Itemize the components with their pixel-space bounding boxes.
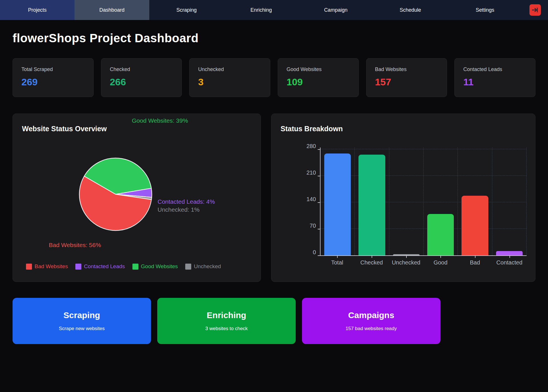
legend-item-unchecked[interactable]: Unchecked: [185, 263, 221, 270]
bar-cell-unchecked: [389, 147, 424, 255]
y-tick-mark: [318, 229, 320, 229]
y-tick-mark: [318, 149, 320, 150]
y-tick-140: 140: [307, 196, 316, 203]
nav-tab-scraping[interactable]: Scraping: [149, 0, 224, 20]
stat-card-checked: Checked 266: [101, 58, 182, 97]
x-label-good: Good: [423, 256, 458, 268]
y-tick-70: 70: [310, 223, 316, 229]
x-label-checked: Checked: [354, 256, 389, 268]
nav-tab-enriching[interactable]: Enriching: [224, 0, 298, 20]
pie-annotation-unchecked: Unchecked: 1%: [158, 206, 200, 213]
pie-annotation-contacted: Contacted Leads: 4%: [158, 198, 215, 205]
y-tick-mark: [318, 255, 320, 256]
bar-chart-x-labels: TotalCheckedUncheckedGoodBadContacted: [320, 256, 527, 268]
top-nav: Projects Dashboard Scraping Enriching Ca…: [0, 0, 548, 20]
bar-cell-total: [321, 147, 355, 255]
x-label-total: Total: [320, 256, 354, 268]
legend-label: Bad Websites: [35, 263, 68, 270]
nav-tab-projects[interactable]: Projects: [0, 0, 74, 20]
pie-panel-title: Website Status Overview: [22, 125, 107, 133]
bar-chart-panel: Status Breakdown 070140210280 TotalCheck…: [271, 114, 535, 282]
action-title: Enriching: [207, 310, 246, 320]
y-tick-mark: [318, 202, 320, 203]
bar-checked[interactable]: [358, 155, 385, 255]
bar-cell-checked: [355, 147, 389, 255]
stat-card-bad-websites: Bad Websites 157: [366, 58, 447, 97]
stat-label: Checked: [110, 66, 173, 72]
nav-right-area: [522, 0, 548, 20]
pie-chart-panel: Website Status Overview Good Websites: 3…: [13, 114, 261, 282]
legend-swatch: [26, 264, 32, 270]
action-subtitle: Scrape new websites: [59, 326, 105, 332]
x-label-bad: Bad: [458, 256, 492, 268]
legend-swatch: [75, 264, 81, 270]
action-subtitle: 3 websites to check: [205, 326, 247, 332]
stat-card-total-scraped: Total Scraped 269: [13, 58, 94, 97]
logout-arrow-icon: [532, 7, 539, 13]
bar-chart-plot: [320, 147, 527, 256]
legend-item-contacted-leads[interactable]: Contacted Leads: [75, 263, 125, 270]
bar-cell-good: [424, 147, 458, 255]
stat-card-good-websites: Good Websites 109: [278, 58, 359, 97]
legend-label: Contacted Leads: [84, 263, 125, 270]
bar-contacted[interactable]: [496, 251, 523, 255]
bar-chart-y-axis: 070140210280: [300, 147, 320, 256]
pie-chart: [77, 156, 154, 233]
legend-label: Good Websites: [141, 263, 178, 270]
scraping-action-button[interactable]: Scraping Scrape new websites: [13, 298, 151, 344]
legend-swatch: [185, 264, 191, 270]
pie-annotation-bad: Bad Websites: 56%: [49, 242, 101, 248]
main-content: flowerShops Project Dashboard Total Scra…: [0, 31, 548, 344]
nav-tab-schedule[interactable]: Schedule: [373, 0, 448, 20]
stat-label: Contacted Leads: [463, 66, 527, 72]
y-tick-0: 0: [313, 249, 316, 256]
action-title: Campaigns: [348, 310, 394, 320]
actions-row: Scraping Scrape new websites Enriching 3…: [13, 298, 535, 344]
y-tick-280: 280: [307, 143, 316, 149]
nav-tab-settings[interactable]: Settings: [448, 0, 522, 20]
stats-row: Total Scraped 269 Checked 266 Unchecked …: [13, 58, 535, 97]
bar-cell-bad: [458, 147, 492, 255]
bar-good[interactable]: [427, 214, 454, 255]
legend-item-good-websites[interactable]: Good Websites: [132, 263, 178, 270]
stat-label: Total Scraped: [21, 66, 85, 72]
stat-value: 269: [21, 76, 85, 88]
legend-swatch: [132, 264, 138, 270]
action-title: Scraping: [63, 310, 100, 320]
stat-value: 109: [287, 76, 350, 88]
logout-button[interactable]: [529, 4, 541, 16]
enriching-action-button[interactable]: Enriching 3 websites to check: [157, 298, 296, 344]
legend-label: Unchecked: [194, 263, 221, 270]
x-label-contacted: Contacted: [492, 256, 527, 268]
stat-value: 3: [198, 76, 261, 88]
stat-value: 266: [110, 76, 173, 88]
page-title: flowerShops Project Dashboard: [13, 31, 535, 45]
y-tick-mark: [318, 176, 320, 176]
y-tick-210: 210: [307, 169, 316, 176]
bar-total[interactable]: [324, 153, 351, 255]
pie-annotation-good: Good Websites: 39%: [132, 117, 188, 124]
nav-tab-campaign[interactable]: Campaign: [299, 0, 373, 20]
stat-label: Good Websites: [287, 66, 350, 72]
nav-tab-dashboard[interactable]: Dashboard: [74, 0, 149, 20]
bar-cell-contacted: [492, 147, 527, 255]
pie-legend: Bad WebsitesContacted LeadsGood Websites…: [26, 263, 221, 270]
bar-bad[interactable]: [462, 196, 488, 255]
stat-label: Bad Websites: [375, 66, 438, 72]
stat-card-unchecked: Unchecked 3: [189, 58, 270, 97]
charts-row: Website Status Overview Good Websites: 3…: [13, 114, 535, 282]
campaigns-action-button[interactable]: Campaigns 157 bad websites ready: [302, 298, 440, 344]
x-label-unchecked: Unchecked: [389, 256, 423, 268]
bar-chart: 070140210280 TotalCheckedUncheckedGoodBa…: [300, 145, 527, 268]
stat-value: 157: [375, 76, 438, 88]
action-subtitle: 157 bad websites ready: [346, 326, 397, 332]
legend-item-bad-websites[interactable]: Bad Websites: [26, 263, 68, 270]
stat-value: 11: [463, 76, 527, 88]
bar-unchecked[interactable]: [393, 254, 420, 255]
stat-label: Unchecked: [198, 66, 261, 72]
bar-panel-title: Status Breakdown: [281, 125, 343, 133]
stat-card-contacted-leads: Contacted Leads 11: [454, 58, 535, 97]
